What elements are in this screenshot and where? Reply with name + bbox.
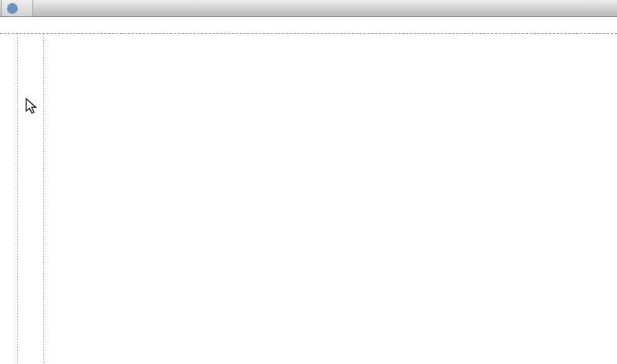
mouse-cursor — [25, 98, 38, 115]
class-icon — [7, 3, 18, 14]
sdk-warning-text — [0, 19, 6, 30]
tab-descendant-token-check[interactable] — [1, 0, 33, 16]
code-editor[interactable] — [0, 34, 617, 364]
fold-region-line — [43, 34, 44, 363]
editor-content — [0, 34, 617, 363]
sdk-warning-banner — [0, 17, 617, 34]
gutter-separator — [17, 34, 18, 363]
editor-tab-bar — [0, 0, 617, 17]
gutter[interactable] — [0, 34, 44, 363]
ide-window — [0, 0, 617, 364]
